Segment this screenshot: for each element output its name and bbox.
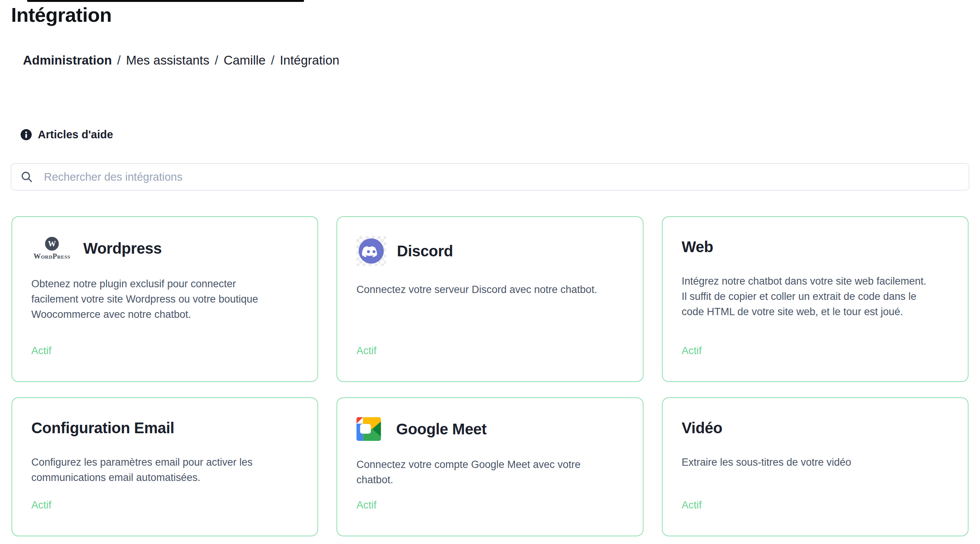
card-description: Connectez votre serveur Discord avec not… bbox=[356, 282, 624, 297]
card-header: W WordPress Wordpress bbox=[31, 236, 299, 260]
card-description: Configurez les paramètres email pour act… bbox=[31, 455, 299, 485]
top-edge-artifact bbox=[27, 0, 304, 2]
card-header: Web bbox=[682, 236, 949, 257]
card-title: Google Meet bbox=[396, 418, 487, 440]
integration-card-web[interactable]: Web Intégrez notre chatbot dans votre si… bbox=[662, 216, 969, 382]
card-status-badge: Actif bbox=[31, 497, 299, 513]
card-description: Extraire les sous-titres de votre vidéo bbox=[682, 455, 949, 470]
integration-card-wordpress[interactable]: W WordPress Wordpress Obtenez notre plug… bbox=[11, 216, 318, 382]
breadcrumb-separator: / bbox=[215, 53, 218, 68]
breadcrumb-item-camille[interactable]: Camille bbox=[223, 53, 265, 68]
help-articles-link[interactable]: Articles d'aide bbox=[20, 128, 113, 141]
card-header: Configuration Email bbox=[31, 417, 299, 439]
card-description: Connectez votre compte Google Meet avec … bbox=[356, 457, 624, 487]
card-title: Vidéo bbox=[682, 417, 723, 439]
breadcrumb-separator: / bbox=[117, 53, 121, 68]
info-icon bbox=[20, 129, 32, 141]
discord-logo-icon bbox=[356, 236, 386, 266]
card-status-badge: Actif bbox=[31, 343, 299, 358]
integration-search bbox=[11, 163, 969, 191]
card-title: Configuration Email bbox=[31, 417, 174, 439]
card-header: Discord bbox=[356, 236, 624, 266]
breadcrumb-item-integration[interactable]: Intégration bbox=[280, 53, 340, 68]
card-status-badge: Actif bbox=[682, 497, 949, 513]
integration-card-configuration-email[interactable]: Configuration Email Configurez les param… bbox=[11, 397, 318, 536]
card-header: Vidéo bbox=[682, 417, 949, 439]
breadcrumb-item-administration[interactable]: Administration bbox=[23, 53, 112, 68]
search-icon bbox=[21, 171, 33, 183]
integrations-grid: W WordPress Wordpress Obtenez notre plug… bbox=[11, 216, 969, 536]
card-title: Wordpress bbox=[83, 238, 162, 259]
card-header: Google Meet bbox=[356, 417, 624, 441]
card-status-badge: Actif bbox=[356, 343, 624, 358]
card-title: Discord bbox=[397, 240, 453, 262]
google-meet-logo-icon bbox=[356, 417, 385, 441]
svg-text:W: W bbox=[48, 239, 56, 248]
integration-card-google-meet[interactable]: Google Meet Connectez votre compte Googl… bbox=[336, 397, 643, 536]
search-input[interactable] bbox=[44, 171, 959, 183]
card-description: Intégrez notre chatbot dans votre site w… bbox=[682, 274, 949, 319]
card-title: Web bbox=[682, 236, 713, 257]
wordpress-logo-icon: W WordPress bbox=[31, 236, 73, 260]
integration-card-video[interactable]: Vidéo Extraire les sous-titres de votre … bbox=[662, 397, 969, 536]
card-status-badge: Actif bbox=[356, 497, 624, 513]
breadcrumb-separator: / bbox=[271, 53, 274, 68]
integration-card-discord[interactable]: Discord Connectez votre serveur Discord … bbox=[336, 216, 643, 382]
wordpress-wordmark-text: WordPress bbox=[34, 253, 71, 260]
card-description: Obtenez notre plugin exclusif pour conne… bbox=[31, 276, 299, 322]
help-articles-label: Articles d'aide bbox=[38, 128, 113, 141]
card-status-badge: Actif bbox=[682, 343, 949, 358]
breadcrumb: Administration / Mes assistants / Camill… bbox=[23, 53, 340, 68]
page-title: Intégration bbox=[11, 3, 112, 27]
breadcrumb-item-mes-assistants[interactable]: Mes assistants bbox=[126, 53, 209, 68]
